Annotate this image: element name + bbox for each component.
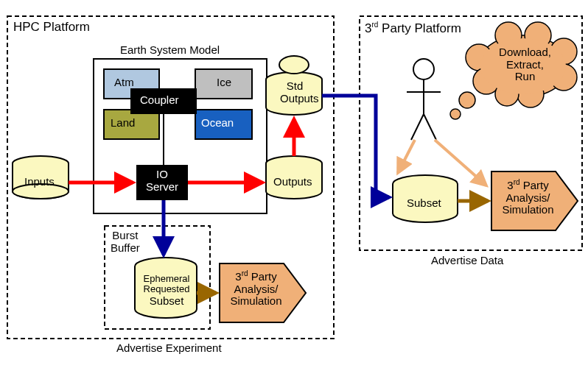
analysis-left-label: 3rd Party Analysis/ Simulation — [225, 269, 287, 308]
std-outputs-label: StdOutputs — [280, 80, 309, 105]
advertise-exp-label: Advertise Experiment — [116, 342, 222, 355]
hpc-title: HPC Platform — [13, 21, 90, 35]
land-label: Land — [111, 117, 135, 130]
ephemeral-label: EphemeralRequestedSubset — [139, 274, 195, 307]
esm-title: Earth System Model — [120, 44, 220, 57]
atm-label: Atm — [114, 77, 134, 89]
svg-point-14 — [279, 56, 309, 74]
outputs-label: Outputs — [273, 176, 312, 188]
ice-label: Ice — [217, 77, 231, 89]
stick-figure-icon — [407, 59, 441, 140]
svg-point-33 — [459, 92, 475, 108]
inputs-label: Inputs — [24, 176, 55, 188]
advertise-data-label: Advertise Data — [431, 255, 503, 267]
arrow-std-subset — [322, 96, 389, 197]
svg-line-39 — [424, 114, 436, 140]
svg-point-34 — [450, 109, 461, 119]
arrow-stick-subset — [398, 140, 415, 173]
party-title: 3rd Party Platform — [365, 21, 461, 35]
ocean-label: Ocean — [201, 117, 234, 130]
svg-line-38 — [411, 114, 424, 140]
coupler-label: Coupler — [140, 94, 179, 107]
svg-point-35 — [413, 59, 434, 79]
cloud-label: Download,Extract,Run — [494, 46, 556, 83]
analysis-right-label: 3rd Party Analysis/ Simulation — [497, 178, 559, 216]
burst-buffer-label: BurstBuffer — [111, 230, 140, 254]
subset-label: Subset — [407, 197, 441, 210]
io-server-label: IOServer — [145, 169, 179, 193]
